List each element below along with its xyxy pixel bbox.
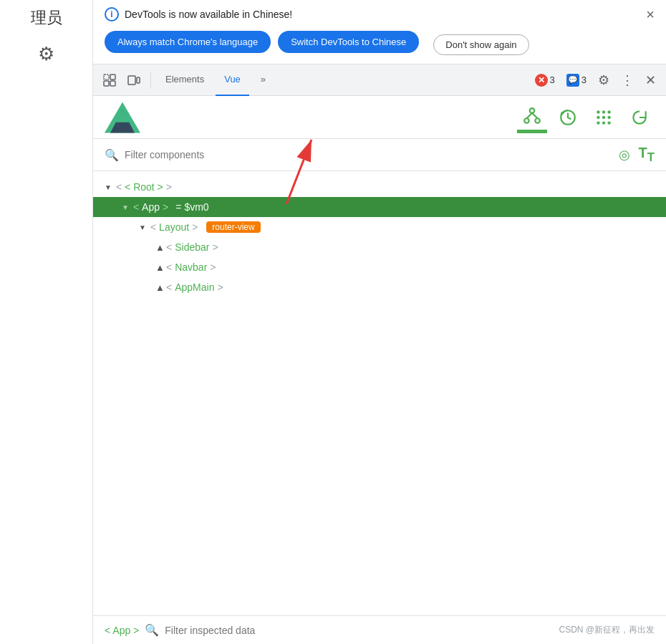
- filter-row: 🔍 ◎ TT: [93, 139, 666, 171]
- error-count: 3: [550, 75, 555, 85]
- message-badge[interactable]: 💬 3: [562, 71, 591, 90]
- svg-rect-3: [110, 81, 115, 86]
- svg-point-18: [597, 115, 599, 118]
- active-tab-underline: [517, 130, 547, 132]
- devtools-close-button[interactable]: ✕: [641, 68, 660, 92]
- vue-devtools-content: 🔍 ◎ TT ▼ < < Root > > ▼ < App > =: [93, 96, 666, 644]
- svg-line-12: [526, 113, 532, 119]
- router-view-badge: router-view: [206, 221, 260, 233]
- devtools-panel: i DevTools is now available in Chinese! …: [93, 0, 666, 644]
- svg-line-13: [532, 113, 538, 119]
- error-badge[interactable]: ✕ 3: [531, 71, 559, 90]
- tree-component-appmain: AppMain: [175, 282, 214, 293]
- tab-elements[interactable]: Elements: [157, 64, 213, 96]
- devtools-menu-button[interactable]: ⋮: [617, 68, 638, 92]
- svg-rect-4: [128, 76, 135, 85]
- tree-item-root[interactable]: ▼ < < Root > >: [93, 177, 666, 197]
- tree-component-layout: Layout: [159, 221, 189, 233]
- tree-arrow-appmain: ▶: [155, 284, 163, 290]
- filter-right-icons: ◎ TT: [619, 145, 655, 165]
- tree-component-root: < Root >: [125, 181, 163, 193]
- toolbar-divider: [150, 72, 151, 89]
- text-size-icon[interactable]: TT: [639, 145, 655, 165]
- tree-arrow-app: ▼: [122, 203, 129, 211]
- tree-appmain-tag-close: >: [217, 282, 223, 293]
- tree-component-app: App: [142, 201, 160, 213]
- vue-logo: [105, 100, 140, 135]
- devtools-settings-button[interactable]: ⚙: [594, 68, 614, 92]
- sidebar-gear-icon[interactable]: ⚙: [38, 43, 54, 65]
- svg-point-20: [607, 115, 610, 118]
- bottom-strip: < App > 🔍 CSDN @新征程，再出发: [93, 615, 666, 644]
- svg-point-10: [524, 118, 529, 123]
- bottom-app-tag: < App >: [105, 625, 139, 636]
- devtools-toolbar: Elements Vue » ✕ 3 💬 3 ⚙ ⋮ ✕: [93, 64, 666, 96]
- always-match-language-button[interactable]: Always match Chrome's language: [105, 31, 271, 53]
- tree-app-tag-open: <: [133, 201, 139, 213]
- tree-app-vm: $vm0: [184, 201, 208, 213]
- svg-point-15: [597, 110, 599, 113]
- sidebar-text: 理员: [31, 7, 62, 29]
- tree-component-sidebar: Sidebar: [175, 241, 209, 253]
- svg-rect-0: [104, 75, 109, 80]
- tab-more[interactable]: »: [252, 64, 274, 96]
- svg-point-11: [535, 118, 540, 123]
- svg-point-23: [607, 121, 610, 124]
- inspect-element-button[interactable]: [99, 69, 120, 91]
- vue-refresh-button[interactable]: [624, 102, 655, 133]
- tree-layout-tag-open: <: [150, 221, 156, 233]
- vue-components-button[interactable]: [517, 101, 547, 133]
- svg-point-16: [602, 110, 605, 113]
- tree-tag-open: <: [116, 181, 122, 193]
- menu-icon: ⋮: [621, 72, 634, 88]
- svg-point-17: [607, 110, 610, 113]
- tree-item-app[interactable]: ▼ < App > = $vm0: [93, 197, 666, 217]
- notification-title-row: i DevTools is now available in Chinese! …: [105, 7, 655, 21]
- tree-item-appmain[interactable]: ▶ < AppMain >: [93, 277, 666, 297]
- tree-navbar-tag-close: >: [210, 261, 216, 273]
- svg-rect-2: [104, 81, 109, 86]
- filter-components-input[interactable]: [125, 149, 613, 160]
- notification-title: DevTools is now available in Chinese!: [125, 9, 292, 20]
- target-icon[interactable]: ◎: [619, 147, 630, 163]
- switch-to-chinese-button[interactable]: Switch DevTools to Chinese: [278, 31, 419, 53]
- dont-show-again-button[interactable]: Don't show again: [433, 34, 529, 55]
- tree-arrow-sidebar: ▶: [155, 244, 163, 250]
- tree-tag-close: >: [166, 181, 172, 193]
- tree-appmain-tag-open: <: [166, 282, 172, 293]
- svg-point-19: [602, 115, 605, 118]
- tree-item-navbar[interactable]: ▶ < Navbar >: [93, 257, 666, 277]
- tree-item-sidebar[interactable]: ▶ < Sidebar >: [93, 237, 666, 257]
- settings-icon: ⚙: [598, 72, 609, 88]
- tree-arrow-root: ▼: [105, 183, 112, 191]
- filter-inspected-data-input[interactable]: [165, 625, 553, 636]
- svg-point-21: [597, 121, 599, 124]
- svg-point-22: [602, 121, 605, 124]
- notification-bar: i DevTools is now available in Chinese! …: [93, 0, 666, 64]
- notification-buttons: Always match Chrome's language Switch De…: [105, 29, 655, 55]
- tree-arrow-navbar: ▶: [155, 264, 163, 270]
- vue-store-button[interactable]: [589, 102, 619, 133]
- tree-arrow-layout: ▼: [139, 224, 146, 231]
- tree-app-tag-close: >: [163, 201, 168, 213]
- error-icon: ✕: [535, 74, 548, 87]
- component-tree: ▼ < < Root > > ▼ < App > = $vm0 ▼ < Layo…: [93, 171, 666, 615]
- tree-sidebar-tag-open: <: [166, 241, 172, 253]
- watermark-text: CSDN @新征程，再出发: [559, 624, 655, 636]
- more-tabs-icon: »: [261, 74, 266, 85]
- svg-point-9: [530, 108, 535, 113]
- tab-vue[interactable]: Vue: [216, 64, 249, 96]
- svg-rect-1: [110, 75, 115, 80]
- notification-close-button[interactable]: ×: [646, 7, 655, 21]
- message-count: 3: [581, 75, 587, 85]
- filter-search-icon: 🔍: [105, 148, 119, 162]
- vue-toolbar: [93, 96, 666, 139]
- message-icon: 💬: [566, 74, 579, 87]
- vue-history-button[interactable]: [553, 102, 583, 133]
- tree-component-navbar: Navbar: [175, 261, 207, 273]
- device-toolbar-button[interactable]: [123, 69, 145, 91]
- info-icon: i: [105, 7, 119, 21]
- left-sidebar: 理员 ⚙: [0, 0, 93, 644]
- tree-item-layout[interactable]: ▼ < Layout > router-view: [93, 217, 666, 237]
- tree-navbar-tag-open: <: [166, 261, 172, 273]
